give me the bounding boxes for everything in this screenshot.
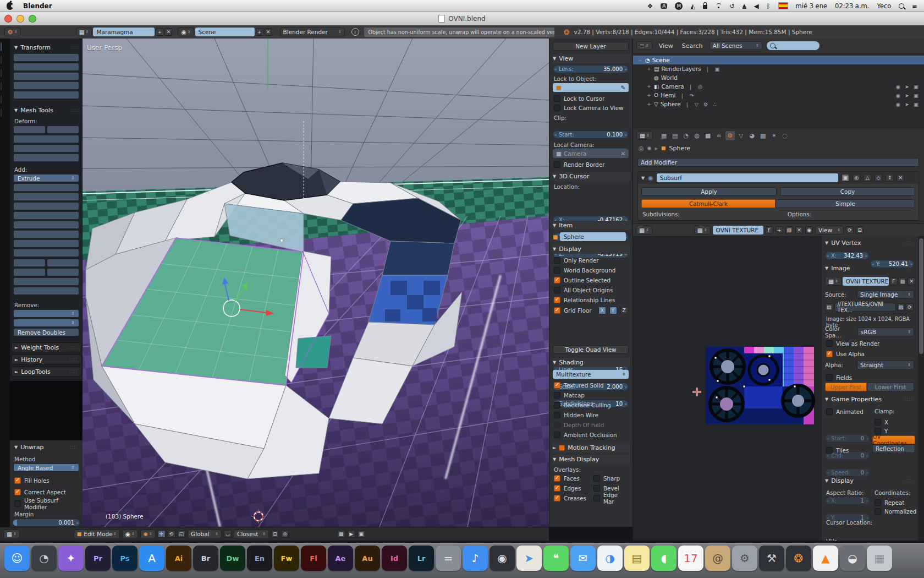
tool-button-extrude-individual[interactable] [13,193,79,201]
animated-checkbox[interactable]: Animated [826,408,864,415]
dock-icon-facetime[interactable]: ◖ [651,546,676,571]
eject-icon[interactable]: ▲ [743,3,746,9]
overlay-option-edges[interactable]: Edges [554,484,593,492]
viewport-3d-scene[interactable] [82,39,549,527]
motion-tracking-checkbox[interactable] [559,445,565,451]
restrict-render-icon[interactable] [914,84,919,90]
unwrap-option-fill-holes[interactable]: Fill Holes [14,477,80,484]
add-modifier-dropdown[interactable]: Add Modifier [637,158,919,167]
properties-tab-material[interactable]: ◕ [747,131,757,140]
properties-tab-constraints[interactable]: ∞ [714,131,724,140]
clamp-x-checkbox[interactable]: X [875,418,888,426]
tool-button-subdivide[interactable] [13,221,79,229]
render-engine-select[interactable]: Blender Render⇕ [280,28,345,36]
normalized-checkbox[interactable]: Normalized [875,508,916,515]
properties-tab-world[interactable]: ◍ [692,131,702,140]
upper-first-toggle[interactable]: Upper First [825,383,867,391]
tool-button-rotate[interactable] [13,63,79,71]
new-image-button[interactable]: + [776,226,783,234]
wifi-icon[interactable] [715,3,722,8]
dock-icon-fireworks[interactable]: Fw [274,546,299,571]
modifier-editmode-toggle[interactable]: △ [864,174,871,182]
uv-vertex-x-slider[interactable]: X:342.43 [825,252,869,260]
colorspace-select[interactable]: sRGB⇕ [857,328,914,336]
volume-icon[interactable]: ◀ [754,2,759,10]
viewport-shading-select[interactable]: ◉⇕ [122,530,138,538]
unwrap-panel-header[interactable]: Unwrap:::: [14,444,78,451]
menubar-time[interactable]: 02:23 a.m. [835,2,869,10]
dock-icon-blender[interactable]: ❂ [786,546,811,571]
lock-to-cursor-checkbox[interactable]: Lock to Cursor [554,95,604,102]
outliner-row-camera[interactable]: + ◧ Camera ❘ ◎ [633,82,924,91]
uv-scrollbar-thumb[interactable] [919,238,923,354]
dock-icon-notes[interactable]: ▤ [624,546,650,571]
render-opengl-button[interactable]: ▦ [337,530,345,538]
image-unlink-button[interactable]: ✕ [908,277,915,285]
manipulator-rotate-toggle[interactable]: ⟲ [168,530,175,538]
pivot-point-select[interactable]: ◉⇕ [140,530,156,538]
transform-orientation-select[interactable]: Global⇕ [188,530,222,538]
remove-doubles-button[interactable]: Remove Doubles [13,328,79,336]
spotlight-icon[interactable] [899,3,904,9]
image-fake-user-button[interactable]: F [890,277,898,285]
item-name-field[interactable]: Sphere [560,232,626,241]
display-option-outline-selected[interactable]: Outline Selected [554,276,630,283]
dock-icon-gimp[interactable]: ◒ [840,546,865,571]
alpha-select[interactable]: Straight⇕ [857,361,914,369]
outliner-row-world[interactable]: ◍ World [633,73,924,82]
editor-type-uv-button[interactable]: ▦⇕ [636,226,652,235]
avast-icon[interactable]: ◭ [690,2,695,10]
copy-button[interactable]: Copy [780,187,915,196]
modifier-name-field[interactable]: Subsurf [657,173,838,182]
render-border-button[interactable]: ▣ [358,530,366,538]
dock-icon-utilities[interactable]: ⚒ [759,546,784,571]
restrict-select-icon[interactable] [905,84,909,90]
dock-icon-photoshop[interactable]: Ps [112,546,138,571]
anim-speed-slider[interactable]: Speed:0 [825,468,870,477]
tool-dropdown-merge[interactable] [13,319,79,327]
dock-icon-photo-booth[interactable]: ◉ [490,546,515,571]
dock-icon-audition[interactable]: Au [355,546,380,571]
restrict-render-icon[interactable] [914,101,919,107]
display-option-only-render[interactable]: Only Render [554,257,630,264]
dock-icon-flash[interactable]: Fl [301,546,326,571]
image-filepath-field[interactable]: //TEXTURES/OVNI TEX... [834,303,896,312]
m-app-icon[interactable]: M [675,2,683,10]
dock-icon-itunes[interactable]: ♪ [463,546,488,571]
grid-axis-x-toggle[interactable]: X [598,307,606,314]
editor-type-outliner-button[interactable]: ≡⇕ [636,41,652,50]
properties-tab-physics[interactable]: ◌ [780,131,790,140]
display-panel-header[interactable]: Display [553,244,630,254]
dock-icon-maps[interactable]: ➤ [516,546,542,571]
tool-tab-grease-pencil[interactable] [0,95,2,105]
add-scene-button[interactable]: + [256,28,263,36]
extrude-dropdown[interactable]: Extrude [13,174,79,182]
menubar-date[interactable]: mié 3 ene [796,2,828,10]
screen-layout-icon[interactable]: ▦⇕ [76,28,92,36]
open-image-button[interactable]: ▨ [785,226,794,234]
image-open-button[interactable]: ▨ [899,277,907,285]
uv-scrollbar[interactable] [918,236,924,541]
tool-button-knife[interactable] [13,268,46,276]
expand-icon[interactable]: + [646,101,652,107]
image-option-view-as-render[interactable]: View as Render [826,340,914,347]
close-layout-button[interactable]: ✕ [164,28,172,36]
draw-type-icon[interactable]: ◉ [805,226,813,234]
outliner-row-renderlayers[interactable]: + ▤ RenderLayers ❘ ▣ [633,64,924,73]
properties-tab-particles[interactable]: ✶ [769,131,779,140]
uv-display-panel-header[interactable]: Display:::: [825,477,913,484]
repeat-checkbox[interactable]: Repeat [875,499,904,506]
tool-button-offset-edge-slide[interactable] [13,239,79,248]
dock-icon-safari[interactable]: ◑ [597,546,623,571]
outliner-row-scene[interactable]: − ◔ Scene [633,56,924,64]
tool-button-inset-faces[interactable] [13,202,79,210]
tool-button-make-edge-face[interactable] [13,211,79,220]
dock-icon-system-preferences[interactable]: ⚙ [732,546,757,571]
manipulator-scale-toggle[interactable]: ◱ [178,530,186,538]
grid-axis-y-toggle[interactable]: Y [609,307,617,314]
dock-icon-vlc[interactable]: ▲ [813,546,838,571]
dock-icon-lightroom[interactable]: Lr [409,546,434,571]
dropbox-icon[interactable]: ❖ [647,2,653,10]
shading-option-depth-of-field[interactable]: Depth Of Field [554,421,630,428]
outliner-row-hemi[interactable]: + ⭘ Hemi ❘ ↷ [633,91,924,100]
